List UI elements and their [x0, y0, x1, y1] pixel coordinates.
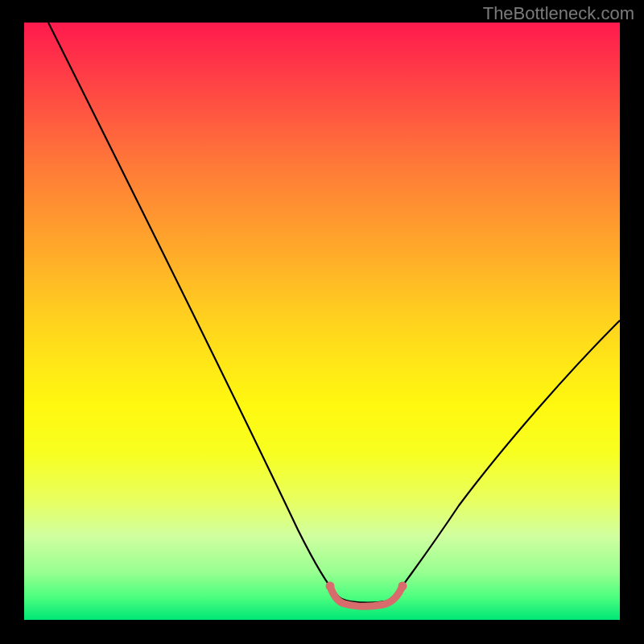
watermark-text: TheBottleneck.com [483, 3, 634, 24]
chart-frame: TheBottleneck.com [0, 0, 644, 644]
optimal-range-marker-path [330, 586, 402, 606]
bottleneck-curve-path [48, 23, 620, 603]
plot-area [24, 23, 620, 620]
marker-dot-right [398, 582, 407, 591]
curve-svg [24, 23, 620, 620]
marker-dot-left [326, 582, 335, 591]
